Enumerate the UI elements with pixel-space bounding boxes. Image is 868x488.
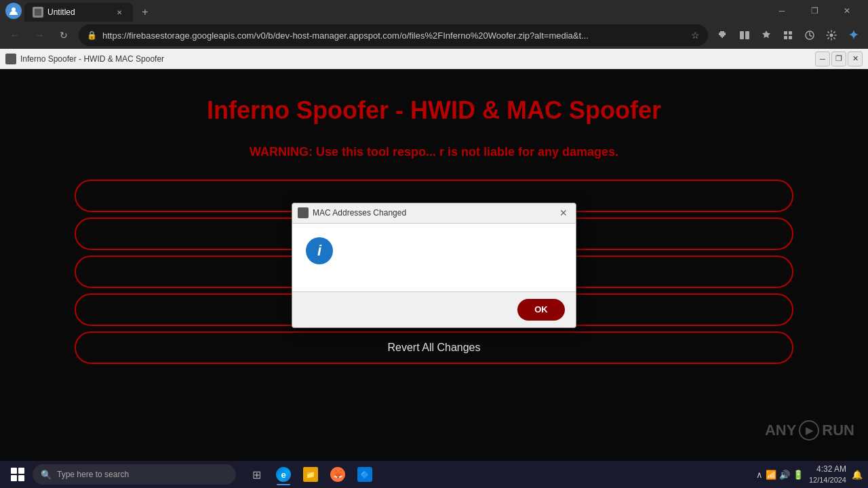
extensions-button[interactable] (713, 26, 732, 45)
svg-rect-5 (789, 31, 792, 35)
taskbar-date: 12/14/2024 (809, 475, 846, 485)
svg-rect-7 (789, 36, 792, 39)
search-icon: 🔍 (41, 470, 52, 480)
svg-rect-2 (740, 31, 744, 39)
address-bar-icons: ☆ (691, 30, 700, 41)
win-quad-3 (11, 475, 17, 481)
volume-icon[interactable]: 🔊 (779, 470, 790, 480)
main-content: Inferno Spoofer - HWID & MAC Spoofer WAR… (0, 69, 868, 461)
svg-rect-6 (784, 36, 787, 39)
back-button[interactable]: ← (5, 26, 24, 45)
tab-bar: Untitled ✕ + (22, 0, 766, 22)
browser-title-bar: Untitled ✕ + ─ ❐ ✕ (0, 0, 868, 22)
chevron-up-icon[interactable]: ∧ (756, 470, 763, 480)
tab-close-button[interactable]: ✕ (114, 7, 125, 18)
embedded-minimize-button[interactable]: ─ (815, 52, 830, 66)
tab-favicon (33, 7, 43, 18)
lock-icon: 🔒 (87, 30, 97, 40)
minimize-button[interactable]: ─ (766, 0, 797, 22)
svg-rect-4 (784, 31, 787, 35)
info-icon-label: i (317, 242, 321, 260)
tab-title: Untitled (47, 7, 110, 17)
restore-button[interactable]: ❐ (799, 0, 830, 22)
toolbar-icons: ✦ (713, 26, 863, 45)
search-placeholder: Type here to search (57, 470, 129, 479)
embedded-controls: ─ ❐ ✕ (815, 52, 863, 66)
notification-icon[interactable]: 🔔 (852, 470, 863, 480)
url-text: https://firebasestorage.googleapis.com/v… (102, 30, 686, 41)
dialog-body: i (292, 224, 576, 291)
dialog-title-text: MAC Addresses Changed (313, 208, 553, 218)
taskbar-firefox[interactable]: 🦊 (326, 462, 350, 487)
taskbar: 🔍 Type here to search ⊞ e 📁 🦊 🔷 ∧ 📶 🔊 🔋 … (0, 461, 868, 488)
taskbar-right: ∧ 📶 🔊 🔋 4:32 AM 12/14/2024 🔔 (756, 464, 863, 485)
taskbar-edge[interactable]: e (271, 462, 296, 487)
svg-rect-3 (745, 31, 749, 39)
split-screen-button[interactable] (735, 26, 754, 45)
taskbar-items: ⊞ e 📁 🦊 🔷 (244, 462, 377, 487)
firefox-icon: 🦊 (330, 467, 345, 482)
blue-app-icon: 🔷 (357, 467, 372, 482)
win-quad-4 (18, 475, 24, 481)
taskbar-search[interactable]: 🔍 Type here to search (33, 464, 236, 485)
win-quad-2 (18, 468, 24, 474)
embedded-window-bar: Inferno Spoofer - HWID & MAC Spoofer ─ ❐… (0, 49, 868, 69)
refresh-button[interactable]: ↻ (54, 26, 73, 45)
profile-icon[interactable] (5, 3, 22, 19)
forward-button[interactable]: → (30, 26, 49, 45)
network-icon[interactable]: 📶 (766, 470, 776, 480)
taskbar-clock[interactable]: 4:32 AM 12/14/2024 (809, 464, 846, 485)
dialog-ok-button[interactable]: OK (517, 299, 565, 321)
task-view-icon: ⊞ (249, 467, 264, 482)
svg-rect-11 (300, 209, 307, 216)
embedded-title: Inferno Spoofer - HWID & MAC Spoofer (20, 54, 811, 64)
browser-essentials-button[interactable] (800, 26, 819, 45)
dialog-title-icon (298, 207, 309, 218)
dialog-title-bar: MAC Addresses Changed ✕ (292, 203, 576, 224)
copilot-button[interactable]: ✦ (844, 26, 863, 45)
window-controls: ─ ❐ ✕ (766, 0, 863, 22)
title-bar-left (5, 3, 22, 19)
taskbar-file-explorer[interactable]: 📁 (298, 462, 323, 487)
settings-button[interactable] (822, 26, 841, 45)
info-icon: i (306, 237, 333, 264)
collections-button[interactable] (778, 26, 797, 45)
edge-icon: e (276, 467, 291, 482)
start-button[interactable] (5, 462, 30, 487)
windows-logo (11, 468, 24, 481)
address-bar[interactable]: 🔒 https://firebasestorage.googleapis.com… (79, 24, 708, 46)
active-tab[interactable]: Untitled ✕ (24, 3, 133, 22)
svg-rect-10 (7, 56, 14, 62)
new-tab-button[interactable]: + (136, 3, 155, 22)
dialog-overlay: MAC Addresses Changed ✕ i OK (0, 69, 868, 461)
dialog-footer: OK (292, 291, 576, 327)
taskbar-sys-icons: ∧ 📶 🔊 🔋 (756, 470, 804, 480)
embedded-close-button[interactable]: ✕ (848, 52, 863, 66)
embedded-favicon (5, 54, 16, 64)
embedded-restore-button[interactable]: ❐ (831, 52, 846, 66)
taskbar-time: 4:32 AM (809, 464, 846, 475)
battery-icon[interactable]: 🔋 (793, 470, 804, 480)
star-icon[interactable]: ☆ (691, 30, 700, 41)
dialog-close-button[interactable]: ✕ (557, 206, 570, 220)
svg-point-9 (830, 34, 833, 37)
taskbar-task-view[interactable]: ⊞ (244, 462, 269, 487)
dialog: MAC Addresses Changed ✕ i OK (292, 203, 576, 328)
file-explorer-icon: 📁 (303, 467, 318, 482)
close-button[interactable]: ✕ (831, 0, 863, 22)
taskbar-blue-app[interactable]: 🔷 (353, 462, 377, 487)
svg-rect-1 (35, 9, 41, 16)
win-quad-1 (11, 468, 17, 474)
address-bar-row: ← → ↻ 🔒 https://firebasestorage.googleap… (0, 22, 868, 49)
favorites-button[interactable] (757, 26, 776, 45)
